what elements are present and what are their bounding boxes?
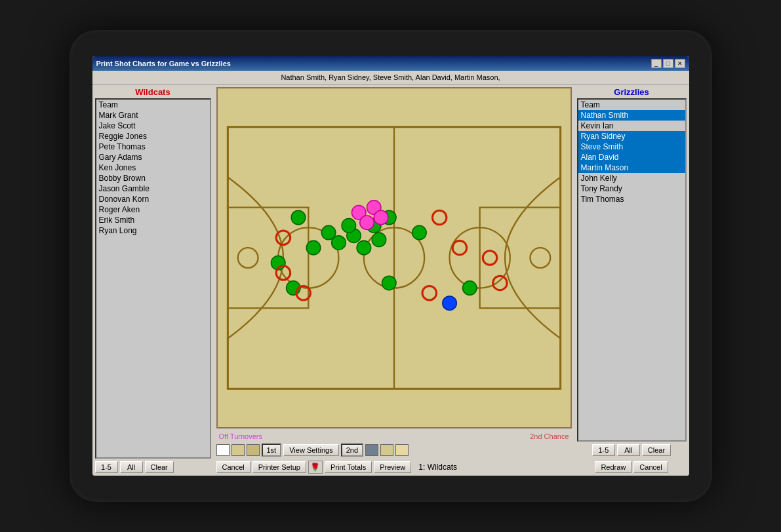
svg-point-12 — [306, 240, 321, 255]
wildcats-player-item[interactable]: Reggie Jones — [96, 131, 210, 142]
wildcats-player-item[interactable]: Donovan Korn — [96, 194, 210, 204]
color-swatch-court[interactable] — [380, 444, 393, 456]
grizzlies-range-button[interactable]: 1-5 — [592, 444, 615, 456]
svg-point-16 — [372, 233, 386, 247]
court-svg — [218, 88, 571, 427]
window-title: Print Shot Charts for Game vs Grizzlies — [96, 60, 231, 67]
cancel-right-button[interactable]: Cancel — [633, 461, 668, 473]
wildcats-player-list[interactable]: TeamMark GrantJake ScottReggie JonesPete… — [95, 98, 211, 459]
printer-setup-button[interactable]: Printer Setup — [252, 461, 306, 473]
grizzlies-player-item[interactable]: Tony Randy — [578, 183, 685, 194]
wildcats-player-item[interactable]: Roger Aken — [96, 204, 210, 215]
wildcats-player-item[interactable]: Jake Scott — [96, 121, 210, 131]
wildcats-player-item[interactable]: Mark Grant — [96, 110, 210, 121]
redraw-button[interactable]: Redraw — [595, 461, 631, 473]
grizzlies-player-item[interactable]: Martin Mason — [578, 162, 685, 173]
svg-point-13 — [331, 236, 346, 250]
bottom-controls-row1: 1st View Settings 2nd — [214, 442, 574, 459]
color-swatch-tan2[interactable] — [247, 444, 260, 456]
application-window: Print Shot Charts for Game vs Grizzlies … — [92, 56, 689, 476]
wildcats-player-item[interactable]: Erik Smith — [96, 215, 210, 225]
wildcats-player-item[interactable]: Pete Thomas — [96, 142, 210, 152]
svg-point-20 — [412, 225, 426, 240]
view-settings-button[interactable]: View Settings — [283, 444, 338, 456]
titlebar-buttons: _ □ ✕ — [651, 59, 685, 68]
grizzlies-action-buttons: Redraw Cancel — [574, 459, 689, 476]
off-turnovers-label: Off Turnovers — [219, 432, 262, 440]
period-1st-button[interactable]: 1st — [262, 444, 282, 457]
color-swatch-white[interactable] — [216, 444, 230, 456]
titlebar: Print Shot Charts for Game vs Grizzlies … — [92, 56, 689, 71]
tablet-container: Print Shot Charts for Game vs Grizzlies … — [70, 30, 712, 502]
wildcats-player-item[interactable]: Jason Gamble — [96, 183, 210, 194]
court-panel: Off Turnovers 2nd Chance 1st View Settin… — [214, 85, 574, 476]
print-icon[interactable]: 🌹 — [308, 461, 323, 474]
maximize-button[interactable]: □ — [663, 59, 673, 68]
main-row: Wildcats TeamMark GrantJake ScottReggie … — [92, 85, 689, 476]
print-totals-button[interactable]: Print Totals — [325, 461, 372, 473]
grizzlies-player-item[interactable]: John Kelly — [578, 173, 685, 183]
court-labels: Off Turnovers 2nd Chance — [214, 431, 574, 442]
grizzlies-clear-button[interactable]: Clear — [642, 444, 671, 456]
svg-point-15 — [357, 240, 371, 255]
grizzlies-header: Grizzlies — [574, 85, 689, 98]
svg-point-24 — [382, 276, 396, 290]
grizzlies-player-item[interactable]: Team — [578, 100, 685, 110]
status-text: 1: Wildcats — [418, 463, 457, 472]
grizzlies-player-list[interactable]: TeamNathan SmithKevin IanRyan SidneyStev… — [577, 98, 687, 442]
wildcats-all-button[interactable]: All — [120, 461, 143, 473]
second-chance-label: 2nd Chance — [530, 432, 569, 440]
close-button[interactable]: ✕ — [675, 59, 685, 68]
selected-players-bar: Nathan Smith, Ryan Sidney, Steve Smith, … — [92, 71, 689, 85]
grizzlies-all-button[interactable]: All — [617, 444, 640, 456]
wildcats-buttons: 1-5 All Clear — [92, 459, 214, 476]
basketball-court — [216, 87, 572, 428]
tablet-screen: Print Shot Charts for Game vs Grizzlies … — [92, 56, 689, 476]
wildcats-player-item[interactable]: Ryan Long — [96, 225, 210, 236]
grizzlies-player-item[interactable]: Alan David — [578, 152, 685, 162]
selected-players-text: Nathan Smith, Ryan Sidney, Steve Smith, … — [281, 73, 500, 81]
grizzlies-panel: Grizzlies TeamNathan SmithKevin IanRyan … — [574, 85, 689, 476]
wildcats-clear-button[interactable]: Clear — [145, 461, 174, 473]
svg-point-37 — [442, 296, 456, 311]
svg-point-10 — [291, 210, 306, 225]
color-swatch-light[interactable] — [395, 444, 409, 456]
grizzlies-player-item[interactable]: Kevin Ian — [578, 121, 685, 131]
grizzlies-player-item[interactable]: Ryan Sidney — [578, 131, 685, 142]
svg-point-35 — [359, 216, 374, 230]
wildcats-player-item[interactable]: Ken Jones — [96, 162, 210, 173]
color-swatch-gray[interactable] — [365, 444, 378, 456]
wildcats-panel: Wildcats TeamMark GrantJake ScottReggie … — [92, 85, 214, 476]
wildcats-range-button[interactable]: 1-5 — [95, 461, 118, 473]
grizzlies-player-item[interactable]: Steve Smith — [578, 142, 685, 152]
wildcats-header: Wildcats — [92, 85, 214, 98]
preview-button[interactable]: Preview — [374, 461, 411, 473]
color-swatch-tan[interactable] — [231, 444, 245, 456]
svg-point-18 — [342, 219, 356, 233]
grizzlies-buttons: 1-5 All Clear — [574, 442, 689, 459]
minimize-button[interactable]: _ — [651, 59, 662, 68]
wildcats-player-item[interactable]: Gary Adams — [96, 152, 210, 162]
svg-point-23 — [462, 281, 477, 295]
period-2nd-button[interactable]: 2nd — [341, 444, 363, 457]
cancel-button[interactable]: Cancel — [216, 461, 250, 473]
bottom-controls-row2: Cancel Printer Setup 🌹 Print Totals Prev… — [214, 459, 574, 476]
grizzlies-player-item[interactable]: Tim Thomas — [578, 194, 685, 204]
svg-point-36 — [374, 210, 388, 225]
grizzlies-player-item[interactable]: Nathan Smith — [578, 110, 685, 121]
wildcats-player-item[interactable]: Bobby Brown — [96, 173, 210, 183]
wildcats-player-item[interactable]: Team — [96, 100, 210, 110]
